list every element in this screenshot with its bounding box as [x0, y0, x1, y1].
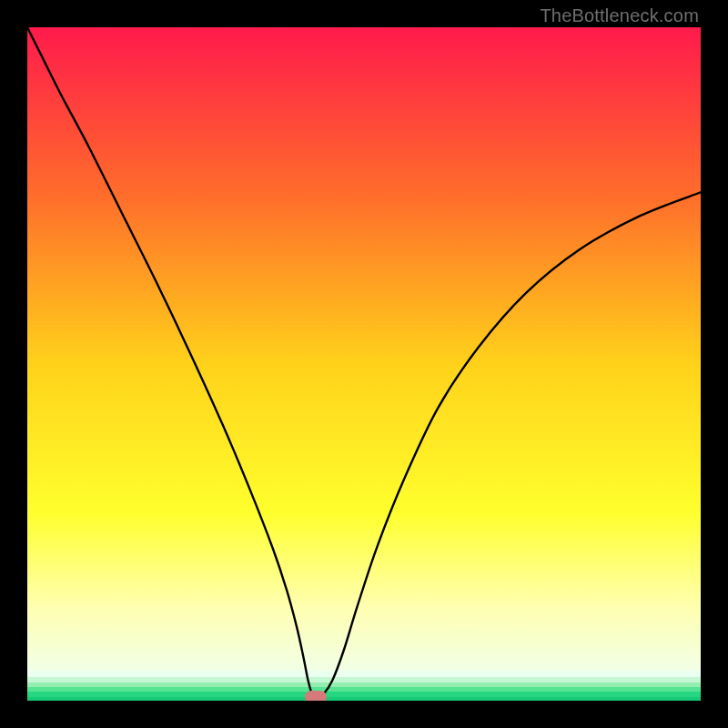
- curve-layer: [27, 27, 701, 701]
- chart-frame: TheBottleneck.com: [0, 0, 728, 728]
- watermark-text: TheBottleneck.com: [540, 5, 699, 26]
- plot-area: [27, 27, 701, 701]
- minimum-marker: [305, 691, 327, 701]
- bottleneck-curve: [27, 27, 701, 697]
